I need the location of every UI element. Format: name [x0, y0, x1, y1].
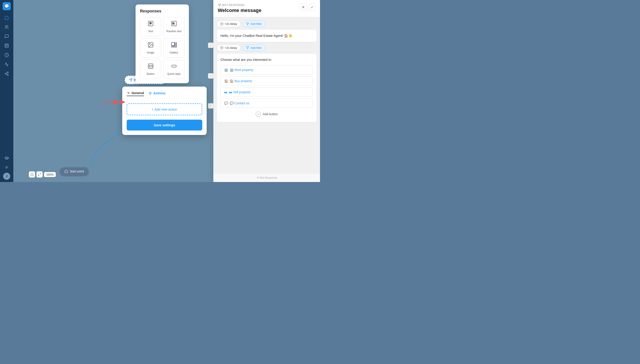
bot-response-footer: Bot Response	[213, 173, 320, 182]
quick-reply-container: Choose what are you interested in: 🏢 🏢 R…	[217, 54, 316, 122]
sell-property-btn[interactable]: 🏘 🏘 Sell property	[221, 88, 313, 97]
responses-panel: Responses Tt Text Tt Random text Image	[136, 4, 189, 83]
header-actions: ✕ ✓	[300, 4, 316, 11]
svg-rect-28	[149, 66, 152, 67]
button-icon	[148, 63, 154, 70]
svg-marker-33	[149, 92, 152, 94]
bot-title: Welcome message	[218, 8, 261, 13]
bot-response-header: BOT RESPONSE Welcome message ✕ ✓	[213, 0, 320, 17]
svg-point-3	[7, 72, 9, 73]
actions-tab[interactable]: Actions	[148, 91, 165, 96]
svg-point-5	[7, 74, 9, 76]
delay-badge-1[interactable]: +2s delay	[217, 21, 241, 27]
contact-us-btn[interactable]: 💬 💬 Contact us	[221, 98, 313, 108]
responses-grid: Tt Text Tt Random text Image Gallery	[140, 17, 184, 79]
add-new-action-button[interactable]: + Add new action	[127, 104, 202, 115]
svg-point-4	[5, 73, 6, 74]
svg-rect-29	[171, 65, 176, 67]
svg-line-11	[40, 173, 41, 174]
edge-indicator-1: ›	[208, 42, 213, 48]
text-icon: Tt	[148, 20, 154, 28]
delay-filter-row-2: +2s delay Add filter	[217, 44, 316, 51]
sidebar-item-contacts[interactable]	[3, 23, 11, 31]
user-avatar[interactable]: J	[3, 173, 10, 180]
expand-btn[interactable]	[37, 171, 43, 178]
svg-text:Tt: Tt	[149, 22, 151, 24]
edge-indicator-2: ›	[208, 73, 213, 78]
text-response-item[interactable]: Tt Text	[140, 17, 161, 36]
svg-line-6	[6, 74, 7, 74]
app-logo[interactable]: 💬	[3, 2, 11, 10]
close-panel-button[interactable]: ✕	[300, 4, 307, 11]
random-text-response-item[interactable]: Tt Random text	[163, 17, 184, 36]
gallery-icon	[171, 42, 177, 49]
start-point: Start point	[60, 167, 88, 175]
delay-badge-2[interactable]: +2s delay	[217, 44, 241, 51]
svg-text:Tt: Tt	[172, 22, 174, 25]
footer-label: Bot Response	[257, 176, 277, 179]
svg-rect-24	[174, 44, 176, 46]
rent-property-btn[interactable]: 🏢 🏢 Rent property	[221, 65, 313, 74]
bot-response-body: +2s delay Add filter Hello, I'm your Cha…	[213, 17, 320, 173]
svg-rect-25	[171, 46, 173, 47]
svg-marker-37	[246, 23, 249, 25]
actions-tabs: General Actions	[127, 91, 202, 99]
add-button-circle: +	[256, 112, 261, 117]
svg-line-7	[6, 72, 7, 73]
svg-point-8	[6, 167, 7, 168]
zoom-level: 100%	[44, 172, 56, 177]
sidebar: 💬 J	[0, 0, 13, 182]
svg-rect-22	[171, 42, 174, 46]
delay-filter-row-1: +2s delay Add filter	[217, 21, 316, 27]
svg-marker-39	[246, 46, 249, 49]
sidebar-item-conversations[interactable]	[3, 32, 11, 40]
filter-badge-2[interactable]: Add filter	[243, 44, 265, 51]
svg-point-21	[149, 44, 150, 44]
zoom-controls: 100%	[29, 171, 56, 178]
sidebar-item-history[interactable]	[3, 51, 11, 59]
svg-point-32	[128, 92, 129, 94]
edge-indicator-3: ›	[208, 103, 213, 108]
title-group: BOT RESPONSE Welcome message	[218, 4, 261, 13]
sidebar-item-integrations[interactable]	[3, 70, 11, 78]
sidebar-item-academy[interactable]	[3, 154, 11, 162]
confirm-button[interactable]: ✓	[308, 4, 316, 11]
add-button-row[interactable]: + Add button	[221, 110, 313, 118]
image-response-item[interactable]: Image	[140, 38, 161, 58]
buy-property-btn[interactable]: 🏠 🏠 Buy property	[221, 76, 313, 86]
quick-reply-icon	[171, 63, 177, 70]
button-response-item[interactable]: Button	[140, 60, 161, 79]
image-icon	[148, 42, 154, 49]
svg-point-1	[5, 44, 9, 45]
add-button-label: Add button	[263, 112, 278, 116]
sidebar-item-dashboard[interactable]	[3, 14, 11, 22]
bot-label: BOT RESPONSE	[218, 4, 261, 7]
home-zoom-btn[interactable]	[29, 171, 35, 178]
svg-point-0	[5, 26, 7, 27]
message-bubble: Hello, I'm your ChatBot Real Estate Agen…	[217, 30, 316, 42]
svg-rect-26	[174, 46, 177, 47]
responses-title: Responses	[140, 9, 184, 14]
random-text-icon: Tt	[171, 20, 177, 28]
svg-rect-23	[174, 42, 176, 44]
sidebar-item-settings[interactable]	[3, 163, 11, 171]
save-settings-button[interactable]: Save settings	[127, 120, 202, 130]
sidebar-item-analytics[interactable]	[3, 60, 11, 68]
actions-panel: General Actions + Add new action Save se…	[122, 86, 207, 135]
quick-reply-response-item[interactable]: Quick reply	[163, 60, 184, 79]
gallery-response-item[interactable]: Gallery	[163, 38, 184, 58]
bot-response-panel: BOT RESPONSE Welcome message ✕ ✓ +2s del…	[213, 0, 320, 182]
quick-reply-intro: Choose what are you interested in:	[221, 57, 313, 62]
sidebar-item-database[interactable]	[3, 42, 11, 50]
svg-line-12	[39, 175, 39, 176]
general-tab[interactable]: General	[127, 91, 144, 96]
filter-badge-1[interactable]: Add filter	[243, 21, 265, 27]
